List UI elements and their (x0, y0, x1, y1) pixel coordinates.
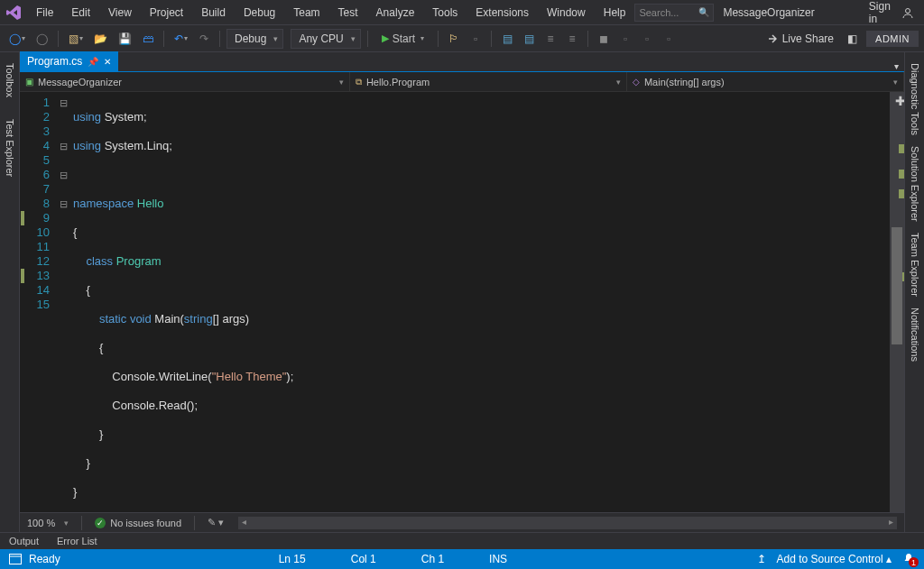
source-control-button[interactable]: Add to Source Control ▴ (777, 553, 892, 565)
status-ins[interactable]: INS (489, 553, 507, 565)
rail-tab-team-explorer[interactable]: Team Explorer (908, 227, 922, 302)
rail-tab-notifications[interactable]: Notifications (908, 302, 922, 367)
left-tool-rail: Toolbox Test Explorer (0, 52, 20, 532)
issues-indicator[interactable]: ✓ No issues found (95, 518, 181, 528)
rail-tab-diagnostic-tools[interactable]: Diagnostic Tools (908, 58, 922, 141)
code-editor[interactable]: 123 456 789 101112 131415 ⊟ ⊟ ⊟ ⊟ using … (20, 92, 904, 512)
horizontal-scrollbar[interactable]: ◂ ▸ (238, 517, 897, 529)
code-text[interactable]: using System; using System.Linq; namespa… (69, 92, 890, 512)
start-debug-button[interactable]: ▶ Start ▾ (374, 29, 431, 49)
menu-file[interactable]: File (27, 3, 62, 23)
status-ch[interactable]: Ch 1 (421, 553, 444, 565)
quick-launch-search[interactable]: Search... 🔍 (634, 4, 714, 22)
vertical-scrollbar[interactable]: ✚ (890, 92, 904, 512)
undo-button[interactable]: ↶▾ (171, 29, 191, 49)
menu-help[interactable]: Help (595, 3, 635, 23)
navigation-bar: ▣ MessageOrganizer ⧉ Hello.Program ◇ Mai… (20, 72, 904, 92)
csharp-project-icon: ▣ (25, 77, 33, 87)
svg-point-0 (906, 8, 910, 13)
toolbar-button[interactable]: ≡ (541, 29, 559, 49)
live-share-button[interactable]: Live Share (764, 32, 834, 45)
chevron-right-icon[interactable]: ▸ (889, 517, 893, 527)
menu-team[interactable]: Team (284, 3, 328, 23)
redo-button[interactable]: ↷ (195, 29, 213, 49)
notifications-button[interactable]: 1 (902, 553, 915, 565)
scrollbar-thumb[interactable] (892, 227, 902, 344)
menu-debug[interactable]: Debug (235, 3, 284, 23)
toolbar-separator (219, 31, 220, 47)
panel-tab-error-list[interactable]: Error List (53, 534, 101, 548)
configuration-combo[interactable]: Debug (226, 29, 283, 49)
search-icon: 🔍 (698, 7, 709, 17)
split-icon[interactable]: ✚ (895, 94, 904, 108)
editor-area: Program.cs 📌 ✕ ▾ ▣ MessageOrganizer ⧉ He… (20, 52, 904, 532)
right-tool-rail: Diagnostic Tools Solution Explorer Team … (904, 52, 924, 532)
feedback-button[interactable]: ◧ (843, 29, 861, 49)
menu-test[interactable]: Test (329, 3, 367, 23)
folding-column[interactable]: ⊟ ⊟ ⊟ ⊟ (57, 92, 69, 512)
menu-tools[interactable]: Tools (423, 3, 467, 23)
nav-member-combo[interactable]: ◇ Main(string[] args) (627, 72, 904, 91)
nav-project-combo[interactable]: ▣ MessageOrganizer (20, 72, 350, 91)
edit-icon[interactable]: ✎ ▾ (208, 517, 224, 528)
nav-member-label: Main(string[] args) (644, 77, 725, 87)
search-placeholder: Search... (639, 7, 679, 18)
chevron-down-icon[interactable]: ▾ (64, 519, 69, 528)
toolbar-button[interactable]: 🏳 (445, 29, 463, 49)
chevron-left-icon[interactable]: ◂ (242, 517, 246, 527)
platform-combo[interactable]: Any CPU (291, 29, 360, 49)
panel-tab-output[interactable]: Output (5, 534, 42, 548)
play-icon: ▶ (382, 32, 389, 44)
toolbar-button[interactable]: ▤ (498, 29, 516, 49)
sign-in-button[interactable]: Sign in (869, 0, 914, 25)
status-line[interactable]: Ln 15 (279, 553, 306, 565)
main-area: Toolbox Test Explorer Program.cs 📌 ✕ ▾ ▣… (0, 52, 924, 532)
live-share-icon (764, 32, 777, 45)
overview-marker (899, 189, 904, 198)
toolbar-separator (438, 31, 439, 47)
new-project-button[interactable]: ▧▾ (65, 29, 87, 49)
rail-tab-toolbox[interactable]: Toolbox (3, 58, 17, 103)
publish-icon[interactable]: ↥ (757, 553, 766, 565)
menu-build[interactable]: Build (192, 3, 235, 23)
toolbar-separator (58, 31, 59, 47)
method-icon: ◇ (633, 77, 640, 87)
nav-project-label: MessageOrganizer (38, 77, 122, 87)
menu-analyze[interactable]: Analyze (367, 3, 424, 23)
menu-window[interactable]: Window (538, 3, 595, 23)
open-file-button[interactable]: 📂 (90, 29, 111, 49)
document-tab-program[interactable]: Program.cs 📌 ✕ (20, 51, 118, 71)
toolbar-button[interactable]: ▫ (660, 29, 678, 49)
menu-project[interactable]: Project (141, 3, 192, 23)
menu-extensions[interactable]: Extensions (467, 3, 538, 23)
sign-in-label: Sign in (869, 0, 898, 25)
toolbar-button[interactable]: ≡ (563, 29, 581, 49)
rail-tab-test-explorer[interactable]: Test Explorer (3, 114, 17, 182)
nav-back-button[interactable]: ◯▾ (5, 29, 29, 49)
separator (194, 516, 195, 530)
menu-view[interactable]: View (99, 3, 141, 23)
notification-count-badge: 1 (909, 557, 919, 567)
toolbar-button[interactable]: ▤ (520, 29, 538, 49)
status-window-icon[interactable] (9, 554, 22, 564)
pin-icon[interactable]: 📌 (88, 57, 98, 67)
nav-forward-button[interactable]: ◯ (32, 29, 51, 49)
toolbar-button[interactable]: ▫ (616, 29, 634, 49)
class-icon: ⧉ (356, 77, 362, 87)
zoom-level[interactable]: 100 % (27, 518, 55, 528)
document-tabs-overflow[interactable]: ▾ (894, 61, 904, 71)
editor-footer: 100 % ▾ ✓ No issues found ✎ ▾ ◂ ▸ (20, 512, 904, 532)
toolbar-button[interactable]: ▫ (638, 29, 656, 49)
issues-label: No issues found (110, 518, 181, 528)
save-all-button[interactable]: 🗃 (139, 29, 157, 49)
status-col[interactable]: Col 1 (351, 553, 376, 565)
solution-name-label: MessageOrganizer (723, 6, 814, 19)
nav-class-combo[interactable]: ⧉ Hello.Program (350, 72, 627, 91)
toolbar-button[interactable]: ▫ (467, 29, 485, 49)
rail-tab-solution-explorer[interactable]: Solution Explorer (908, 141, 922, 227)
save-button[interactable]: 💾 (115, 29, 135, 49)
menu-edit[interactable]: Edit (62, 3, 99, 23)
toolbar-button[interactable]: ◼ (595, 29, 613, 49)
bottom-panel-tabs: Output Error List (0, 532, 924, 549)
close-icon[interactable]: ✕ (104, 57, 111, 67)
